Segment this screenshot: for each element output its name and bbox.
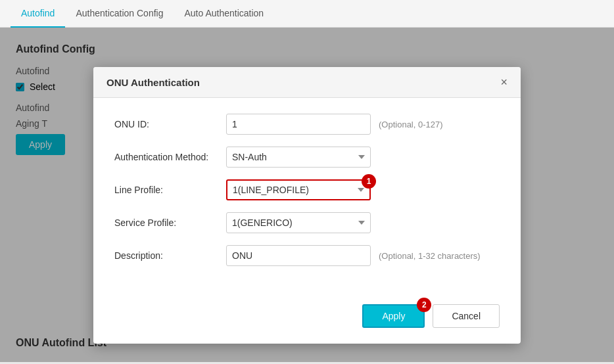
line-profile-wrapper: 1(LINE_PROFILE) 1 (226, 179, 371, 200)
line-profile-select[interactable]: 1(LINE_PROFILE) (226, 179, 371, 200)
service-profile-row: Service Profile: 1(GENERICO) (114, 212, 500, 233)
service-profile-label: Service Profile: (114, 217, 226, 228)
auth-method-row: Authentication Method: SN-Auth Password-… (114, 147, 500, 168)
tab-auto-auth[interactable]: Auto Authentication (174, 0, 274, 28)
auth-method-select[interactable]: SN-Auth Password-Auth SN+Password-Auth (226, 147, 371, 168)
tab-bar: Autofind Authentication Config Auto Auth… (0, 0, 614, 28)
line-profile-label: Line Profile: (114, 185, 226, 195)
description-hint: (Optional, 1-32 characters) (379, 251, 481, 261)
step-badge-2: 2 (417, 298, 431, 312)
description-label: Description: (114, 250, 226, 261)
description-input[interactable] (226, 245, 371, 266)
tab-auth-config[interactable]: Authentication Config (65, 0, 174, 28)
onu-id-input[interactable] (226, 114, 371, 135)
tab-autofind[interactable]: Autofind (11, 0, 65, 28)
modal-title: ONU Authentication (106, 77, 200, 88)
modal-footer: Apply 2 Cancel (93, 294, 521, 344)
onu-id-hint: (Optional, 0-127) (379, 120, 443, 129)
apply-wrapper: Apply 2 (362, 304, 425, 328)
description-row: Description: (Optional, 1-32 characters) (114, 245, 500, 266)
modal-cancel-button[interactable]: Cancel (433, 304, 500, 328)
line-profile-row: Line Profile: 1(LINE_PROFILE) 1 (114, 179, 500, 200)
onu-id-label: ONU ID: (114, 119, 226, 129)
onu-id-row: ONU ID: (Optional, 0-127) (114, 114, 500, 135)
auth-method-label: Authentication Method: (114, 152, 226, 162)
step-badge-1: 1 (362, 174, 376, 189)
modal-header: ONU Authentication × (93, 67, 521, 98)
modal-close-button[interactable]: × (500, 76, 508, 88)
onu-auth-modal: ONU Authentication × ONU ID: (Optional, … (93, 67, 521, 344)
service-profile-select[interactable]: 1(GENERICO) (226, 212, 371, 233)
modal-overlay: ONU Authentication × ONU ID: (Optional, … (0, 28, 614, 362)
modal-apply-button[interactable]: Apply (362, 304, 425, 328)
main-content: Autofind Config Autofind Select Autofind… (0, 28, 614, 362)
modal-body: ONU ID: (Optional, 0-127) Authentication… (93, 98, 521, 294)
